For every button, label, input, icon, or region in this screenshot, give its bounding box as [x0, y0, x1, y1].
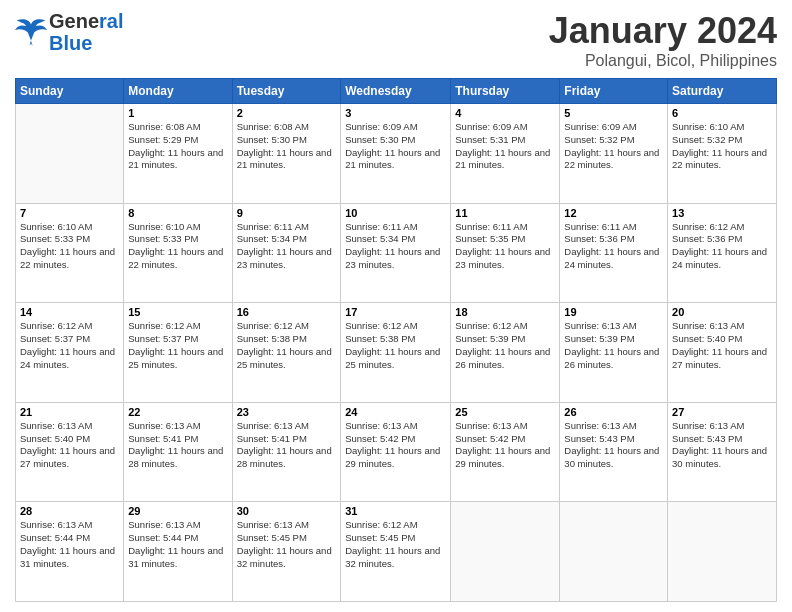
table-row: 31Sunrise: 6:12 AM Sunset: 5:45 PM Dayli… [341, 502, 451, 602]
day-number: 3 [345, 107, 446, 119]
day-info: Sunrise: 6:09 AM Sunset: 5:30 PM Dayligh… [345, 121, 446, 172]
day-number: 30 [237, 505, 337, 517]
day-info: Sunrise: 6:13 AM Sunset: 5:42 PM Dayligh… [345, 420, 446, 471]
day-number: 10 [345, 207, 446, 219]
day-info: Sunrise: 6:10 AM Sunset: 5:33 PM Dayligh… [20, 221, 119, 272]
day-number: 1 [128, 107, 227, 119]
day-number: 4 [455, 107, 555, 119]
col-saturday: Saturday [668, 79, 777, 104]
day-number: 18 [455, 306, 555, 318]
day-info: Sunrise: 6:13 AM Sunset: 5:40 PM Dayligh… [672, 320, 772, 371]
day-number: 7 [20, 207, 119, 219]
calendar-week-3: 14Sunrise: 6:12 AM Sunset: 5:37 PM Dayli… [16, 303, 777, 403]
header: General Blue January 2024 Polangui, Bico… [15, 10, 777, 70]
day-number: 23 [237, 406, 337, 418]
table-row: 18Sunrise: 6:12 AM Sunset: 5:39 PM Dayli… [451, 303, 560, 403]
day-info: Sunrise: 6:12 AM Sunset: 5:45 PM Dayligh… [345, 519, 446, 570]
calendar-header-row: Sunday Monday Tuesday Wednesday Thursday… [16, 79, 777, 104]
col-tuesday: Tuesday [232, 79, 341, 104]
day-info: Sunrise: 6:13 AM Sunset: 5:43 PM Dayligh… [672, 420, 772, 471]
day-number: 6 [672, 107, 772, 119]
table-row: 30Sunrise: 6:13 AM Sunset: 5:45 PM Dayli… [232, 502, 341, 602]
calendar-body: 1Sunrise: 6:08 AM Sunset: 5:29 PM Daylig… [16, 104, 777, 602]
table-row: 4Sunrise: 6:09 AM Sunset: 5:31 PM Daylig… [451, 104, 560, 204]
day-info: Sunrise: 6:08 AM Sunset: 5:29 PM Dayligh… [128, 121, 227, 172]
day-number: 13 [672, 207, 772, 219]
table-row: 24Sunrise: 6:13 AM Sunset: 5:42 PM Dayli… [341, 402, 451, 502]
table-row [16, 104, 124, 204]
day-number: 27 [672, 406, 772, 418]
table-row: 11Sunrise: 6:11 AM Sunset: 5:35 PM Dayli… [451, 203, 560, 303]
table-row: 19Sunrise: 6:13 AM Sunset: 5:39 PM Dayli… [560, 303, 668, 403]
day-number: 12 [564, 207, 663, 219]
day-info: Sunrise: 6:13 AM Sunset: 5:45 PM Dayligh… [237, 519, 337, 570]
table-row: 14Sunrise: 6:12 AM Sunset: 5:37 PM Dayli… [16, 303, 124, 403]
day-info: Sunrise: 6:11 AM Sunset: 5:34 PM Dayligh… [345, 221, 446, 272]
day-number: 20 [672, 306, 772, 318]
day-number: 22 [128, 406, 227, 418]
table-row: 10Sunrise: 6:11 AM Sunset: 5:34 PM Dayli… [341, 203, 451, 303]
day-number: 19 [564, 306, 663, 318]
day-number: 21 [20, 406, 119, 418]
day-number: 2 [237, 107, 337, 119]
day-info: Sunrise: 6:13 AM Sunset: 5:39 PM Dayligh… [564, 320, 663, 371]
table-row: 15Sunrise: 6:12 AM Sunset: 5:37 PM Dayli… [124, 303, 232, 403]
day-number: 14 [20, 306, 119, 318]
day-info: Sunrise: 6:12 AM Sunset: 5:36 PM Dayligh… [672, 221, 772, 272]
table-row: 6Sunrise: 6:10 AM Sunset: 5:32 PM Daylig… [668, 104, 777, 204]
day-info: Sunrise: 6:11 AM Sunset: 5:34 PM Dayligh… [237, 221, 337, 272]
table-row: 23Sunrise: 6:13 AM Sunset: 5:41 PM Dayli… [232, 402, 341, 502]
day-info: Sunrise: 6:13 AM Sunset: 5:44 PM Dayligh… [128, 519, 227, 570]
location-title: Polangui, Bicol, Philippines [549, 52, 777, 70]
day-info: Sunrise: 6:13 AM Sunset: 5:44 PM Dayligh… [20, 519, 119, 570]
day-info: Sunrise: 6:10 AM Sunset: 5:33 PM Dayligh… [128, 221, 227, 272]
page: General Blue January 2024 Polangui, Bico… [0, 0, 792, 612]
col-thursday: Thursday [451, 79, 560, 104]
day-number: 28 [20, 505, 119, 517]
table-row: 17Sunrise: 6:12 AM Sunset: 5:38 PM Dayli… [341, 303, 451, 403]
day-info: Sunrise: 6:13 AM Sunset: 5:42 PM Dayligh… [455, 420, 555, 471]
table-row [668, 502, 777, 602]
day-number: 5 [564, 107, 663, 119]
day-number: 24 [345, 406, 446, 418]
table-row: 2Sunrise: 6:08 AM Sunset: 5:30 PM Daylig… [232, 104, 341, 204]
day-info: Sunrise: 6:13 AM Sunset: 5:41 PM Dayligh… [128, 420, 227, 471]
col-sunday: Sunday [16, 79, 124, 104]
day-info: Sunrise: 6:12 AM Sunset: 5:37 PM Dayligh… [128, 320, 227, 371]
table-row: 7Sunrise: 6:10 AM Sunset: 5:33 PM Daylig… [16, 203, 124, 303]
table-row [560, 502, 668, 602]
table-row: 25Sunrise: 6:13 AM Sunset: 5:42 PM Dayli… [451, 402, 560, 502]
day-number: 25 [455, 406, 555, 418]
col-monday: Monday [124, 79, 232, 104]
logo: General Blue [15, 10, 124, 54]
day-info: Sunrise: 6:12 AM Sunset: 5:37 PM Dayligh… [20, 320, 119, 371]
calendar-week-1: 1Sunrise: 6:08 AM Sunset: 5:29 PM Daylig… [16, 104, 777, 204]
day-info: Sunrise: 6:08 AM Sunset: 5:30 PM Dayligh… [237, 121, 337, 172]
day-info: Sunrise: 6:10 AM Sunset: 5:32 PM Dayligh… [672, 121, 772, 172]
table-row: 12Sunrise: 6:11 AM Sunset: 5:36 PM Dayli… [560, 203, 668, 303]
day-info: Sunrise: 6:11 AM Sunset: 5:35 PM Dayligh… [455, 221, 555, 272]
table-row: 29Sunrise: 6:13 AM Sunset: 5:44 PM Dayli… [124, 502, 232, 602]
logo-text: General Blue [49, 10, 124, 54]
day-number: 26 [564, 406, 663, 418]
table-row: 21Sunrise: 6:13 AM Sunset: 5:40 PM Dayli… [16, 402, 124, 502]
day-info: Sunrise: 6:12 AM Sunset: 5:38 PM Dayligh… [345, 320, 446, 371]
day-info: Sunrise: 6:13 AM Sunset: 5:43 PM Dayligh… [564, 420, 663, 471]
logo-bird-icon [15, 18, 47, 46]
calendar-week-5: 28Sunrise: 6:13 AM Sunset: 5:44 PM Dayli… [16, 502, 777, 602]
calendar-week-2: 7Sunrise: 6:10 AM Sunset: 5:33 PM Daylig… [16, 203, 777, 303]
table-row: 5Sunrise: 6:09 AM Sunset: 5:32 PM Daylig… [560, 104, 668, 204]
day-number: 8 [128, 207, 227, 219]
day-number: 16 [237, 306, 337, 318]
table-row: 16Sunrise: 6:12 AM Sunset: 5:38 PM Dayli… [232, 303, 341, 403]
day-number: 11 [455, 207, 555, 219]
day-info: Sunrise: 6:11 AM Sunset: 5:36 PM Dayligh… [564, 221, 663, 272]
table-row: 27Sunrise: 6:13 AM Sunset: 5:43 PM Dayli… [668, 402, 777, 502]
day-info: Sunrise: 6:13 AM Sunset: 5:41 PM Dayligh… [237, 420, 337, 471]
col-wednesday: Wednesday [341, 79, 451, 104]
title-block: January 2024 Polangui, Bicol, Philippine… [549, 10, 777, 70]
day-number: 29 [128, 505, 227, 517]
table-row: 9Sunrise: 6:11 AM Sunset: 5:34 PM Daylig… [232, 203, 341, 303]
day-number: 15 [128, 306, 227, 318]
day-number: 17 [345, 306, 446, 318]
